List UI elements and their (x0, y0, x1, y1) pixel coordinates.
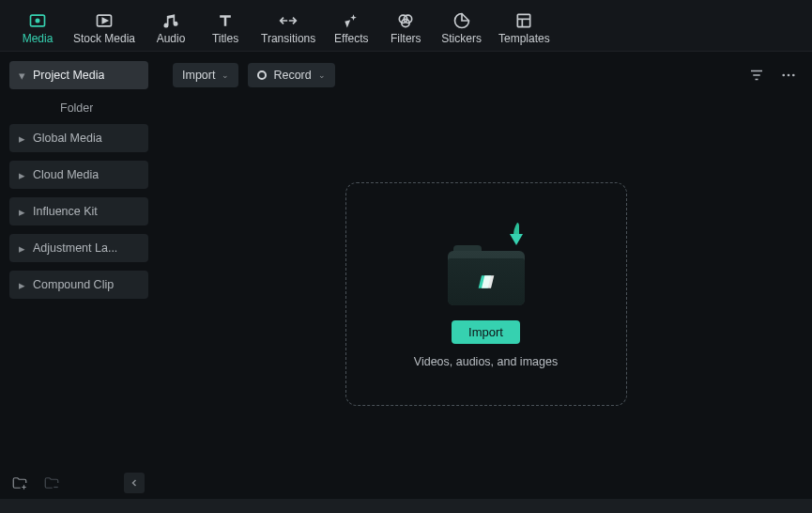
filters-icon (395, 11, 416, 30)
svg-point-1 (36, 19, 38, 22)
caret-right-icon: ▸ (19, 205, 26, 219)
collapse-sidebar-button[interactable] (124, 473, 145, 493)
import-button[interactable]: Import (452, 320, 520, 344)
tab-stock-media[interactable]: Stock Media (73, 11, 135, 45)
sidebar-item-adjustment-layer[interactable]: ▸ Adjustment La... (9, 234, 148, 262)
record-dropdown-button[interactable]: Record ⌄ (248, 63, 334, 87)
filter-view-button[interactable] (746, 65, 767, 86)
sidebar-item-global-media[interactable]: ▸ Global Media (9, 124, 148, 152)
sidebar-item-label: Adjustment La... (33, 241, 117, 255)
folder-import-icon (444, 230, 529, 305)
tab-titles[interactable]: Titles (207, 11, 244, 45)
delete-folder-button[interactable] (41, 473, 62, 493)
bottom-strip (0, 499, 812, 513)
tab-media[interactable]: Media (19, 11, 56, 45)
audio-icon (161, 11, 181, 30)
caret-right-icon: ▸ (19, 168, 26, 182)
sidebar-item-project-media[interactable]: ▾ Project Media (9, 61, 148, 89)
caret-right-icon: ▸ (19, 241, 26, 256)
sidebar-bottom-bar (0, 467, 154, 499)
tab-transitions[interactable]: Transitions (261, 11, 315, 45)
chevron-down-icon: ⌄ (318, 70, 326, 80)
sidebar-item-label: Project Media (33, 69, 104, 82)
tab-templates[interactable]: Templates (498, 11, 550, 45)
import-button-label: Import (468, 325, 503, 339)
svg-marker-15 (510, 234, 523, 245)
sidebar-item-label: Influence Kit (33, 205, 98, 218)
sidebar: ▾ Project Media Folder ▸ Global Media ▸ … (0, 52, 154, 499)
import-dropdown-button[interactable]: Import ⌄ (173, 63, 238, 87)
tab-label: Titles (212, 32, 238, 45)
tab-label: Stickers (441, 32, 482, 45)
drop-area: Import Videos, audios, and images (160, 89, 812, 499)
caret-down-icon: ▾ (19, 69, 26, 83)
tab-label: Filters (391, 32, 421, 45)
import-dropdown-label: Import (182, 69, 215, 82)
sidebar-item-compound-clip[interactable]: ▸ Compound Clip (9, 271, 148, 299)
titles-icon (215, 11, 236, 30)
content-toolbar: Import ⌄ Record ⌄ (160, 52, 812, 89)
svg-rect-7 (518, 14, 530, 26)
tab-label: Media (23, 32, 54, 45)
sidebar-item-label: Global Media (33, 132, 102, 145)
content-panel: Import ⌄ Record ⌄ (154, 52, 812, 499)
top-toolbar: Media Stock Media Audio Titles Transitio… (0, 0, 812, 52)
main-area: ▾ Project Media Folder ▸ Global Media ▸ … (0, 52, 812, 499)
tab-label: Stock Media (73, 32, 135, 45)
tab-stickers[interactable]: Stickers (441, 11, 482, 45)
tab-filters[interactable]: Filters (387, 11, 424, 45)
stickers-icon (452, 11, 472, 30)
stock-media-icon (94, 11, 115, 30)
svg-point-12 (792, 74, 795, 77)
tab-label: Audio (157, 32, 186, 45)
record-icon (257, 70, 267, 80)
tab-effects[interactable]: Effects (332, 11, 370, 45)
transitions-icon (278, 11, 299, 30)
tab-label: Effects (334, 32, 368, 45)
chevron-down-icon: ⌄ (222, 70, 229, 80)
sidebar-item-label: Compound Clip (33, 278, 114, 291)
new-folder-button[interactable] (9, 473, 30, 493)
tab-audio[interactable]: Audio (152, 11, 190, 45)
sidebar-item-folder[interactable]: Folder (9, 94, 148, 122)
sidebar-item-label: Folder (60, 101, 93, 115)
sidebar-item-label: Cloud Media (33, 168, 99, 181)
drop-hint-text: Videos, audios, and images (414, 355, 558, 368)
tab-label: Templates (498, 32, 550, 45)
sidebar-item-cloud-media[interactable]: ▸ Cloud Media (9, 161, 148, 189)
arrow-down-icon (500, 221, 523, 249)
more-options-button[interactable] (778, 65, 799, 86)
svg-point-11 (788, 74, 790, 77)
effects-icon (341, 11, 361, 30)
caret-right-icon: ▸ (19, 278, 26, 292)
import-drop-zone[interactable]: Import Videos, audios, and images (345, 182, 627, 406)
svg-point-10 (782, 74, 785, 77)
caret-right-icon: ▸ (19, 132, 26, 146)
tab-label: Transitions (261, 32, 315, 45)
record-dropdown-label: Record (273, 69, 311, 82)
templates-icon (513, 11, 534, 30)
sidebar-item-influence-kit[interactable]: ▸ Influence Kit (9, 197, 148, 225)
media-icon (27, 11, 48, 30)
svg-marker-3 (102, 19, 107, 23)
